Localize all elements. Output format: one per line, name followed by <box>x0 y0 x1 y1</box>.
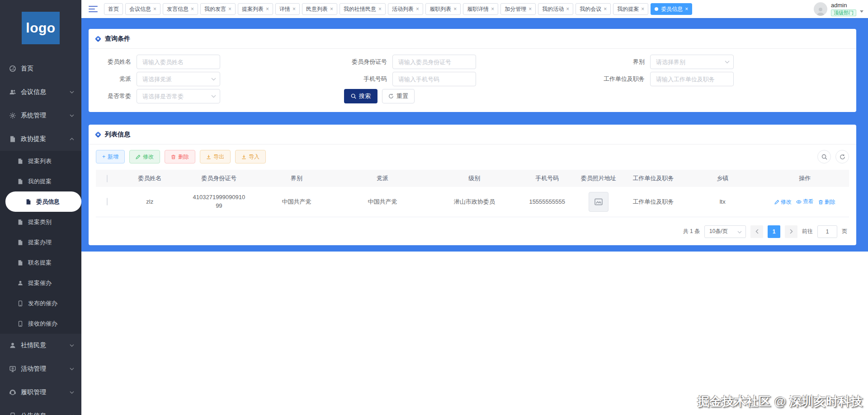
sidebar-nav: 首页 会议信息 系统管理 政协提案 提案列表 <box>0 44 81 415</box>
tab-item[interactable]: 会议信息× <box>125 3 160 15</box>
standing-select[interactable] <box>137 89 220 103</box>
sidebar-item-label: 会议信息 <box>21 88 46 96</box>
tab-item[interactable]: 我的社情民意× <box>340 3 386 15</box>
sidebar-item-proposal-category[interactable]: 提案类别 <box>0 212 81 232</box>
member-name-input[interactable] <box>137 55 220 69</box>
sector-select[interactable] <box>650 55 734 69</box>
sidebar-item-cppcc-proposal[interactable]: 政协提案 <box>0 127 81 151</box>
phone-input[interactable] <box>392 72 476 86</box>
chevron-down-icon <box>70 91 74 93</box>
id-card-input[interactable] <box>392 55 476 69</box>
sidebar-item-proposal-handling[interactable]: 提案办理 <box>0 232 81 252</box>
close-icon[interactable]: × <box>491 6 494 12</box>
close-icon[interactable]: × <box>153 6 156 12</box>
column-header: 党派 <box>336 170 429 187</box>
tab-item[interactable]: 履职详情× <box>463 3 498 15</box>
gear-icon <box>9 112 16 119</box>
delete-button[interactable]: 删除 <box>165 150 195 163</box>
sidebar-item-duty-management[interactable]: 履职管理 <box>0 381 81 404</box>
photo-thumbnail[interactable] <box>589 192 609 212</box>
search-card-title: 查询条件 <box>105 35 130 43</box>
phone-icon <box>17 321 24 327</box>
close-icon[interactable]: × <box>685 6 688 12</box>
edit-button[interactable]: 修改 <box>129 150 160 163</box>
table-refresh-button[interactable] <box>835 150 849 163</box>
work-unit-input[interactable] <box>650 72 734 86</box>
close-icon[interactable]: × <box>330 6 333 12</box>
sidebar-item-activity-management[interactable]: 活动管理 <box>0 357 81 381</box>
import-button[interactable]: 导入 <box>235 150 266 163</box>
close-icon[interactable]: × <box>453 6 457 12</box>
tab-item[interactable]: 提案列表× <box>238 3 273 15</box>
sidebar-item-received-urge[interactable]: 接收的催办 <box>0 313 81 334</box>
sidebar-item-label: 履职管理 <box>21 388 46 396</box>
row-delete-link[interactable]: 删除 <box>818 198 835 206</box>
close-icon[interactable]: × <box>292 6 296 12</box>
close-icon[interactable]: × <box>266 6 269 12</box>
tab-item[interactable]: 我的活动× <box>538 3 573 15</box>
sidebar-item-published-urge[interactable]: 发布的催办 <box>0 293 81 313</box>
column-header: 手机号码 <box>519 170 574 187</box>
tab-item[interactable]: 加分管理× <box>500 3 536 15</box>
sidebar-item-label: 提案办理 <box>28 238 52 247</box>
sidebar-item-label: 提案列表 <box>28 157 52 165</box>
tab-bar: 首页 会议信息× 发言信息× 我的发言× 提案列表× 详情× 民意列表× 我的社… <box>104 3 808 15</box>
sidebar-item-my-proposal[interactable]: 我的提案 <box>0 171 81 191</box>
close-icon[interactable]: × <box>641 6 644 12</box>
chevron-up-icon <box>70 138 74 140</box>
list-card-title: 列表信息 <box>105 131 130 139</box>
close-icon[interactable]: × <box>228 6 231 12</box>
tab-item[interactable]: 活动列表× <box>388 3 423 15</box>
close-icon[interactable]: × <box>604 6 607 12</box>
close-icon[interactable]: × <box>566 6 569 12</box>
tab-item[interactable]: 我的提案× <box>613 3 648 15</box>
party-select[interactable] <box>137 72 220 86</box>
sidebar-item-proposal-list[interactable]: 提案列表 <box>0 151 81 171</box>
sidebar-item-label: 提案类别 <box>28 218 52 226</box>
tab-item[interactable]: 详情× <box>275 3 300 15</box>
active-dot-icon <box>655 7 658 11</box>
sidebar-item-meeting-info[interactable]: 会议信息 <box>0 80 81 104</box>
export-button[interactable]: 导出 <box>200 150 231 163</box>
tab-item[interactable]: 我的发言× <box>200 3 236 15</box>
row-view-link[interactable]: 查看 <box>796 198 814 205</box>
table-search-button[interactable] <box>817 150 831 163</box>
row-checkbox[interactable] <box>107 198 108 205</box>
sidebar-item-proposal-urge[interactable]: 提案催办 <box>0 273 81 293</box>
sidebar-item-label: 社情民意 <box>21 341 46 350</box>
close-icon[interactable]: × <box>191 6 194 12</box>
sidebar-item-joint-proposal[interactable]: 联名提案 <box>0 252 81 273</box>
chevron-down-icon <box>70 391 74 394</box>
search-button[interactable]: 搜索 <box>344 89 377 103</box>
close-icon[interactable]: × <box>378 6 382 12</box>
prev-page-button[interactable] <box>750 225 763 238</box>
tab-item[interactable]: 民意列表× <box>302 3 337 15</box>
sector-label: 界别 <box>599 58 650 66</box>
tab-home[interactable]: 首页 <box>104 3 123 15</box>
table-header-row: 委员姓名 委员身份证号 界别 党派 级别 手机号码 委员照片地址 工作单位及职务… <box>96 170 849 187</box>
sidebar-item-system-management[interactable]: 系统管理 <box>0 104 81 127</box>
tab-item[interactable]: 履职列表× <box>425 3 461 15</box>
close-icon[interactable]: × <box>528 6 532 12</box>
current-page[interactable]: 1 <box>768 225 780 238</box>
goto-page-input[interactable] <box>817 225 837 238</box>
select-all-checkbox[interactable] <box>107 175 108 182</box>
page-size-select[interactable]: 10条/页 <box>704 225 746 238</box>
add-button[interactable]: + 新增 <box>96 150 125 163</box>
content-area: 查询条件 委员姓名 委员身份证号 界别 <box>81 18 868 252</box>
row-edit-link[interactable]: 修改 <box>774 198 792 206</box>
sidebar-item-home[interactable]: 首页 <box>0 57 81 80</box>
hamburger-icon[interactable] <box>89 6 98 12</box>
tab-item[interactable]: 我的会议× <box>576 3 611 15</box>
tab-item[interactable]: 发言信息× <box>163 3 198 15</box>
user-menu[interactable]: admin 顶级部门 <box>814 2 863 16</box>
close-icon[interactable]: × <box>416 6 419 12</box>
next-page-button[interactable] <box>785 225 797 238</box>
reset-button[interactable]: 重置 <box>382 89 415 103</box>
table-toolbar: + 新增 修改 删除 导出 <box>89 145 856 168</box>
sidebar-item-public-opinion[interactable]: 社情民意 <box>0 334 81 357</box>
sidebar-item-announcement-info[interactable]: 公告信息 <box>0 404 81 415</box>
tab-member-info-active[interactable]: 委员信息× <box>651 3 692 15</box>
sidebar-item-member-info-active[interactable]: 委员信息 <box>5 191 81 212</box>
chevron-left-icon <box>755 229 759 234</box>
